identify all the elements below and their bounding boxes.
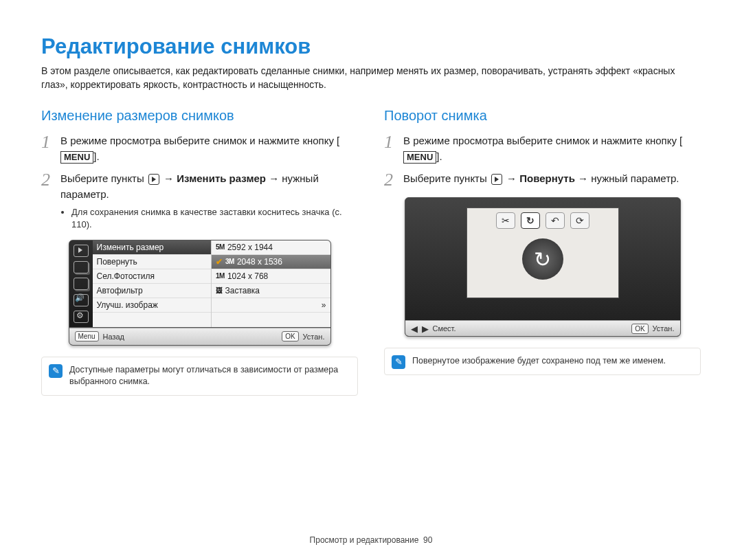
- page-footer: Просмотр и редактирование 90: [0, 535, 742, 545]
- set-label: Устан.: [653, 324, 675, 333]
- manual-page: Редактирование снимков В этом разделе оп…: [0, 0, 742, 560]
- right-column: Поворот снимка 1 В режиме просмотра выбе…: [384, 108, 701, 395]
- step-number: 1: [384, 133, 396, 151]
- page-title: Редактирование снимков: [41, 34, 701, 59]
- info-icon: ✎: [49, 364, 63, 378]
- rotate-preview: ✂ ↻ ↶ ⟳ ↻: [466, 208, 619, 298]
- footer-page-number: 90: [423, 535, 432, 545]
- right-step-1: 1 В режиме просмотра выберите снимок и н…: [384, 133, 701, 164]
- camera-rotate-ui: ✂ ↻ ↶ ⟳ ↻ ◀ ▶ Смест. OK Устан.: [405, 197, 681, 337]
- right-step-2: 2 Выберите пункты → Повернуть → нужный п…: [384, 171, 701, 189]
- step-number: 2: [384, 171, 396, 189]
- menu-key: MENU: [403, 151, 436, 164]
- step-body: Выберите пункты → Изменить размер → нужн…: [60, 171, 358, 231]
- menu-item[interactable]: Сел.Фотостиля: [93, 269, 212, 284]
- left-heading: Изменение размеров снимков: [41, 108, 358, 124]
- menu-item[interactable]: Изменить размер: [93, 240, 212, 255]
- step-body: В режиме просмотра выберите снимок и наж…: [60, 133, 358, 164]
- sound-icon: [74, 294, 89, 306]
- rotate-crop-icon[interactable]: ✂: [496, 212, 515, 229]
- option-item[interactable]: 🖼 Заставка: [212, 284, 330, 298]
- info-icon: ✎: [392, 355, 405, 369]
- menu-item[interactable]: Автофильтр: [93, 284, 212, 298]
- info-note-left: ✎ Доступные параметры могут отличаться в…: [41, 357, 358, 396]
- page-intro: В этом разделе описывается, как редактир…: [41, 65, 701, 91]
- camera-resize-menu-ui: Изменить размер Повернуть Сел.Фотостиля …: [69, 240, 331, 346]
- set-label: Устан.: [303, 333, 325, 341]
- step-body: В режиме просмотра выберите снимок и наж…: [403, 133, 701, 164]
- play-icon: [148, 174, 159, 185]
- note-text: Доступные параметры могут отличаться в з…: [69, 365, 338, 387]
- more-icon: »: [322, 298, 326, 312]
- left-step-2: 2 Выберите пункты → Изменить размер → ну…: [41, 171, 358, 231]
- left-step-1: 1 В режиме просмотра выберите снимок и н…: [41, 133, 358, 164]
- camera-side-icons: [69, 240, 93, 327]
- rotate-flip-icon[interactable]: ⟳: [570, 212, 589, 229]
- move-label: Смест.: [433, 324, 456, 333]
- option-item[interactable]: 1M 1024 x 768: [212, 269, 330, 284]
- camera-footer: Menu Назад OK Устан.: [69, 328, 330, 345]
- step-body: Выберите пункты → Повернуть → нужный пар…: [403, 171, 701, 187]
- ok-key: OK: [631, 324, 648, 334]
- columns: Изменение размеров снимков 1 В режиме пр…: [41, 108, 701, 395]
- right-heading: Поворот снимка: [384, 108, 701, 124]
- right-steps: 1 В режиме просмотра выберите снимок и н…: [384, 133, 701, 189]
- camera-menu-list: Изменить размер Повернуть Сел.Фотостиля …: [93, 240, 212, 327]
- left-column: Изменение размеров снимков 1 В режиме пр…: [41, 108, 358, 395]
- menu-key: MENU: [60, 151, 93, 164]
- footer-section: Просмотр и редактирование: [310, 535, 419, 545]
- rotate-preview-arrow-icon: ↻: [522, 238, 563, 280]
- left-substeps: Для сохранения снимка в качестве заставк…: [60, 206, 358, 231]
- rotate-toolbar: ✂ ↻ ↶ ⟳: [496, 212, 589, 229]
- note-text: Повернутое изображение будет сохранено п…: [412, 356, 666, 366]
- nav-left-icon: ◀: [411, 324, 418, 334]
- step-number: 2: [41, 171, 54, 189]
- back-label: Назад: [103, 333, 125, 341]
- menu-key: Menu: [75, 331, 99, 341]
- option-item[interactable]: 5M 2592 x 1944: [212, 240, 330, 255]
- settings-icon: [74, 311, 89, 323]
- camera-option-list: 5M 2592 x 1944 ✔ 3M 2048 x 1536 1M 1024 …: [212, 240, 330, 327]
- nav-right-icon: ▶: [422, 324, 429, 334]
- info-note-right: ✎ Повернутое изображение будет сохранено…: [384, 348, 701, 375]
- ok-key: OK: [282, 331, 298, 341]
- option-more[interactable]: »: [212, 298, 330, 313]
- check-icon: ✔: [216, 255, 223, 269]
- rotate-right-icon[interactable]: ↻: [521, 212, 540, 229]
- multi-share-icon: [74, 278, 89, 290]
- step-number: 1: [41, 133, 54, 151]
- multi-view-icon: [74, 261, 89, 273]
- left-sub-1: Для сохранения снимка в качестве заставк…: [71, 206, 358, 231]
- play-mode-icon: [74, 245, 89, 257]
- menu-item[interactable]: Улучш. изображ: [93, 298, 212, 313]
- wallpaper-icon: 🖼: [216, 284, 223, 298]
- option-item[interactable]: ✔ 3M 2048 x 1536: [212, 255, 330, 269]
- menu-item[interactable]: Повернуть: [93, 255, 212, 269]
- rotate-left-icon[interactable]: ↶: [546, 212, 565, 229]
- left-steps: 1 В режиме просмотра выберите снимок и н…: [41, 133, 358, 231]
- play-icon: [491, 174, 502, 185]
- camera-footer: ◀ ▶ Смест. OK Устан.: [405, 320, 680, 336]
